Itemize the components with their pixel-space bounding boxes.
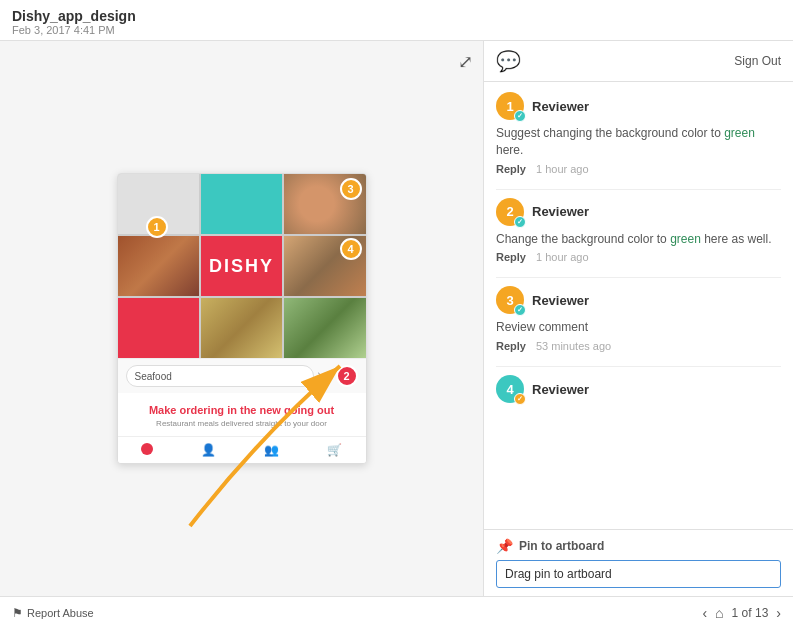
search-icon: › xyxy=(318,369,332,383)
left-panel: ⤢ DISHY xyxy=(0,41,483,596)
right-panel: 💬 Sign Out 1 ✓ Reviewer Suggest changing… xyxy=(483,41,793,596)
comment-actions-3: Reply 53 minutes ago xyxy=(496,340,781,352)
reviewer-name-1: Reviewer xyxy=(532,99,589,114)
comment-text-2: Change the background color to green her… xyxy=(496,231,781,248)
pin-section: 📌 Pin to artboard xyxy=(484,529,793,596)
mockup-search-bar: Seafood › 2 xyxy=(118,358,366,393)
nav-person-icon: 👤 xyxy=(201,443,216,457)
comment-highlight-1: green xyxy=(724,126,755,140)
footer: ⚑ Report Abuse ‹ ⌂ 1 of 13 › xyxy=(0,596,793,629)
comment-text-body-3: Review comment xyxy=(496,320,588,334)
comment-text-1: Suggest changing the background color to… xyxy=(496,125,781,159)
badge-check-4: ✓ xyxy=(514,393,526,405)
pin-icon: 📌 xyxy=(496,538,513,554)
main-layout: ⤢ DISHY xyxy=(0,41,793,596)
mockup-nav: 👤 👥 🛒 xyxy=(118,436,366,463)
comment-actions-2: Reply 1 hour ago xyxy=(496,251,781,263)
sign-out-button[interactable]: Sign Out xyxy=(734,54,781,68)
reply-button-3[interactable]: Reply xyxy=(496,340,526,352)
time-ago-2: 1 hour ago xyxy=(536,251,589,263)
time-ago-1: 1 hour ago xyxy=(536,163,589,175)
nav-home-dot xyxy=(141,443,153,455)
page-info: 1 of 13 xyxy=(732,606,769,620)
comment-item-1: 1 ✓ Reviewer Suggest changing the backgr… xyxy=(496,92,781,175)
badge-check-1: ✓ xyxy=(514,110,526,122)
pin-label: Pin to artboard xyxy=(519,539,604,553)
reviewer-badge-4: 4 ✓ xyxy=(496,375,524,403)
grid-cell-3-2 xyxy=(201,298,282,358)
reviewer-name-3: Reviewer xyxy=(532,293,589,308)
report-abuse-button[interactable]: ⚑ Report Abuse xyxy=(12,606,94,620)
page-title: Dishy_app_design xyxy=(12,8,781,24)
header: Dishy_app_design Feb 3, 2017 4:41 PM xyxy=(0,0,793,41)
tagline-main: Make ordering in the new going out xyxy=(126,403,358,417)
fullscreen-button[interactable]: ⤢ xyxy=(458,51,473,73)
flag-icon: ⚑ xyxy=(12,606,23,620)
divider-3 xyxy=(496,366,781,367)
home-button[interactable]: ⌂ xyxy=(715,605,723,621)
chat-icon: 💬 xyxy=(496,49,521,73)
grid-cell-2-1 xyxy=(118,236,199,296)
dishy-logo-cell: DISHY xyxy=(201,236,282,296)
mockup-tagline: Make ordering in the new going out Resta… xyxy=(118,393,366,436)
time-ago-3: 53 minutes ago xyxy=(536,340,611,352)
grid-cell-1-2 xyxy=(201,174,282,234)
reviewer-badge-2: 2 ✓ xyxy=(496,198,524,226)
comment-text-3: Review comment xyxy=(496,319,781,336)
grid-cell-3-1 xyxy=(118,298,199,358)
pin-badge-3: 3 xyxy=(340,178,362,200)
comment-3-header: 3 ✓ Reviewer xyxy=(496,286,781,314)
divider-2 xyxy=(496,277,781,278)
page-total: 13 xyxy=(755,606,768,620)
comment-highlight-2: green xyxy=(670,232,701,246)
pin-header: 📌 Pin to artboard xyxy=(496,538,781,554)
nav-group-icon: 👥 xyxy=(264,443,279,457)
mockup-search-field: Seafood xyxy=(126,365,314,387)
pin-badge-4: 4 xyxy=(340,238,362,260)
prev-page-button[interactable]: ‹ xyxy=(702,605,707,621)
comment-text-before-1: Suggest changing the background color to xyxy=(496,126,724,140)
reply-button-1[interactable]: Reply xyxy=(496,163,526,175)
badge-check-3: ✓ xyxy=(514,304,526,316)
comment-item-2: 2 ✓ Reviewer Change the background color… xyxy=(496,198,781,264)
comment-text-before-2: Change the background color to xyxy=(496,232,670,246)
reviewer-badge-3: 3 ✓ xyxy=(496,286,524,314)
nav-cart-icon: 🛒 xyxy=(327,443,342,457)
right-header: 💬 Sign Out xyxy=(484,41,793,82)
dishy-logo: DISHY xyxy=(209,256,274,277)
pin-badge-2: 2 xyxy=(336,365,358,387)
comment-text-after-1: here. xyxy=(496,143,523,157)
comment-2-header: 2 ✓ Reviewer xyxy=(496,198,781,226)
app-mockup: DISHY 1 3 4 xyxy=(117,173,367,464)
reviewer-name-4: Reviewer xyxy=(532,382,589,397)
page-current: 1 xyxy=(732,606,739,620)
reviewer-badge-1: 1 ✓ xyxy=(496,92,524,120)
comment-4-header: 4 ✓ Reviewer xyxy=(496,375,781,403)
comment-actions-1: Reply 1 hour ago xyxy=(496,163,781,175)
divider-1 xyxy=(496,189,781,190)
pin-badge-1: 1 xyxy=(146,216,168,238)
next-page-button[interactable]: › xyxy=(776,605,781,621)
comment-item-3: 3 ✓ Reviewer Review comment Reply 53 min… xyxy=(496,286,781,352)
page-date: Feb 3, 2017 4:41 PM xyxy=(12,24,781,36)
tagline-sub: Restaurant meals delivered straight to y… xyxy=(126,419,358,429)
report-abuse-label: Report Abuse xyxy=(27,607,94,619)
grid-cell-3-3 xyxy=(284,298,365,358)
page-separator: of xyxy=(742,606,752,620)
mockup-grid: DISHY xyxy=(118,174,366,358)
drag-pin-input[interactable] xyxy=(496,560,781,588)
badge-check-2: ✓ xyxy=(514,216,526,228)
comments-area[interactable]: 1 ✓ Reviewer Suggest changing the backgr… xyxy=(484,82,793,529)
comment-1-header: 1 ✓ Reviewer xyxy=(496,92,781,120)
comment-text-after-2: here as well. xyxy=(701,232,772,246)
reviewer-name-2: Reviewer xyxy=(532,204,589,219)
pagination: ‹ ⌂ 1 of 13 › xyxy=(702,605,781,621)
search-placeholder: Seafood xyxy=(135,371,172,382)
reply-button-2[interactable]: Reply xyxy=(496,251,526,263)
